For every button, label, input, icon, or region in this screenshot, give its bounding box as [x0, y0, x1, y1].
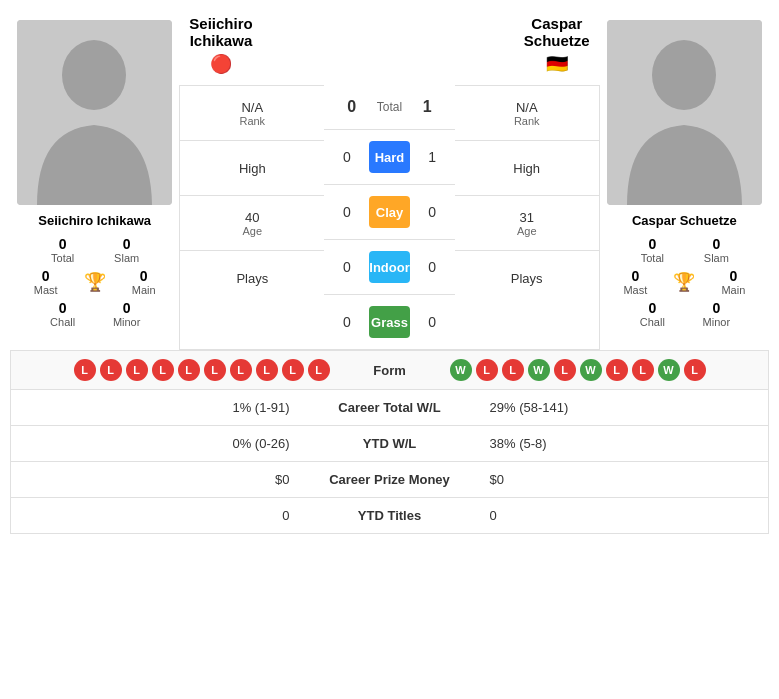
hard-row: 0 Hard 1	[324, 130, 454, 185]
player2-avatar	[607, 20, 762, 205]
player1-name-line2: Ichikawa	[189, 32, 252, 49]
player2-minor-value: 0	[712, 300, 720, 316]
player2-mast-stat: 0 Mast	[605, 268, 665, 296]
player1-slam-stat: 0 Slam	[97, 236, 157, 264]
player2-name-line1: Caspar	[524, 15, 590, 32]
player1-age-label: Age	[242, 225, 262, 237]
stat-row: $0 Career Prize Money $0	[11, 462, 768, 498]
player2-age-label: Age	[517, 225, 537, 237]
player1-main-label: Main	[132, 284, 156, 296]
stat-p2-value-0: 29% (58-141)	[470, 400, 759, 415]
stat-p2-value-3: 0	[470, 508, 759, 523]
clay-button[interactable]: Clay	[369, 196, 409, 228]
center-panel: Seiichiro Ichikawa 🔴 Caspar Schuetze 🇩🇪 …	[179, 10, 599, 350]
form-row: LLLLLLLLLL Form WLLWLWLLWL	[11, 351, 768, 390]
stat-label-1: YTD W/L	[310, 436, 470, 451]
player2-plays: Plays	[511, 271, 543, 286]
form-badge-p2: L	[606, 359, 628, 381]
player-names-row: Seiichiro Ichikawa 🔴 Caspar Schuetze 🇩🇪	[179, 10, 599, 80]
player2-name-line2: Schuetze	[524, 32, 590, 49]
form-badge-p2: W	[580, 359, 602, 381]
player1-rank-value: N/A	[241, 100, 263, 115]
high-row-right: High	[455, 141, 599, 196]
stat-p2-value-1: 38% (5-8)	[470, 436, 759, 451]
trophy-icon-1: 🏆	[84, 271, 106, 293]
player2-total-stat: 0 Total	[622, 236, 682, 264]
player2-mast-label: Mast	[623, 284, 647, 296]
player1-chall-value: 0	[59, 300, 67, 316]
total-score-p2: 1	[405, 98, 450, 116]
form-label: Form	[330, 363, 450, 378]
player1-card: Seiichiro Ichikawa 0 Total 0 Slam 0 Mast…	[10, 10, 179, 338]
form-badge-p2: L	[684, 359, 706, 381]
player2-rank-label: Rank	[514, 115, 540, 127]
grass-button[interactable]: Grass	[369, 306, 409, 338]
player1-mast-stat: 0 Mast	[16, 268, 76, 296]
player1-minor-value: 0	[123, 300, 131, 316]
rank-row-right: N/A Rank	[455, 86, 599, 141]
total-score-p1: 0	[329, 98, 374, 116]
form-badge-p2: L	[502, 359, 524, 381]
player1-slam-label: Slam	[114, 252, 139, 264]
form-badge-p2: L	[632, 359, 654, 381]
stat-p1-value-2: $0	[21, 472, 310, 487]
indoor-row: 0 Indoor 0	[324, 240, 454, 295]
stat-row: 1% (1-91) Career Total W/L 29% (58-141)	[11, 390, 768, 426]
form-badge-p1: L	[100, 359, 122, 381]
player1-main-stat: 0 Main	[114, 268, 174, 296]
player1-minor-label: Minor	[113, 316, 141, 328]
form-badge-p1: L	[204, 359, 226, 381]
form-badge-p1: L	[230, 359, 252, 381]
form-badge-p2: W	[528, 359, 550, 381]
form-badge-p1: L	[308, 359, 330, 381]
player2-name-center: Caspar Schuetze 🇩🇪	[524, 15, 590, 75]
svg-point-3	[652, 40, 716, 110]
player1-total-stat: 0 Total	[33, 236, 93, 264]
stat-label-0: Career Total W/L	[310, 400, 470, 415]
stat-label-2: Career Prize Money	[310, 472, 470, 487]
plays-row-right: Plays	[455, 251, 599, 306]
stat-p1-value-0: 1% (1-91)	[21, 400, 310, 415]
player2-high: High	[513, 161, 540, 176]
stat-p1-value-1: 0% (0-26)	[21, 436, 310, 451]
player1-plays: Plays	[236, 271, 268, 286]
svg-point-1	[62, 40, 126, 110]
player1-total-value: 0	[59, 236, 67, 252]
bottom-section: LLLLLLLLLL Form WLLWLWLLWL 1% (1-91) Car…	[10, 350, 769, 534]
player2-total-value: 0	[648, 236, 656, 252]
player1-stats: 0 Total 0 Slam 0 Mast 🏆 0 Main	[15, 236, 174, 328]
indoor-score-p1: 0	[324, 259, 369, 275]
high-row-left: High	[180, 141, 324, 196]
form-badge-p2: W	[450, 359, 472, 381]
surface-rows: N/A Rank High 40 Age Plays	[179, 85, 599, 350]
player1-age-value: 40	[245, 210, 259, 225]
player2-slam-label: Slam	[704, 252, 729, 264]
player1-rank-label: Rank	[239, 115, 265, 127]
player1-main-value: 0	[140, 268, 148, 284]
clay-row: 0 Clay 0	[324, 185, 454, 240]
center-scores-col: 0 Total 1 0 Hard 1 0 Clay 0	[324, 85, 454, 350]
indoor-button[interactable]: Indoor	[369, 251, 409, 283]
stat-row: 0% (0-26) YTD W/L 38% (5-8)	[11, 426, 768, 462]
grass-score-p1: 0	[324, 314, 369, 330]
player1-chall-stat: 0 Chall	[33, 300, 93, 328]
plays-row-left: Plays	[180, 251, 324, 306]
player2-mast-value: 0	[631, 268, 639, 284]
player2-chall-value: 0	[648, 300, 656, 316]
player2-main-label: Main	[721, 284, 745, 296]
stat-p1-value-3: 0	[21, 508, 310, 523]
player1-trophy: 🏆	[80, 268, 110, 296]
form-badge-p2: W	[658, 359, 680, 381]
total-row: 0 Total 1	[324, 85, 454, 130]
player2-rank-value: N/A	[516, 100, 538, 115]
form-right: WLLWLWLLWL	[450, 359, 759, 381]
rank-row-left: N/A Rank	[180, 86, 324, 141]
grass-row: 0 Grass 0	[324, 295, 454, 350]
age-row-right: 31 Age	[455, 196, 599, 251]
player1-name-center: Seiichiro Ichikawa 🔴	[189, 15, 252, 75]
hard-button[interactable]: Hard	[369, 141, 409, 173]
player1-total-label: Total	[51, 252, 74, 264]
clay-score-p2: 0	[410, 204, 455, 220]
player1-slam-value: 0	[123, 236, 131, 252]
stat-p2-value-2: $0	[470, 472, 759, 487]
